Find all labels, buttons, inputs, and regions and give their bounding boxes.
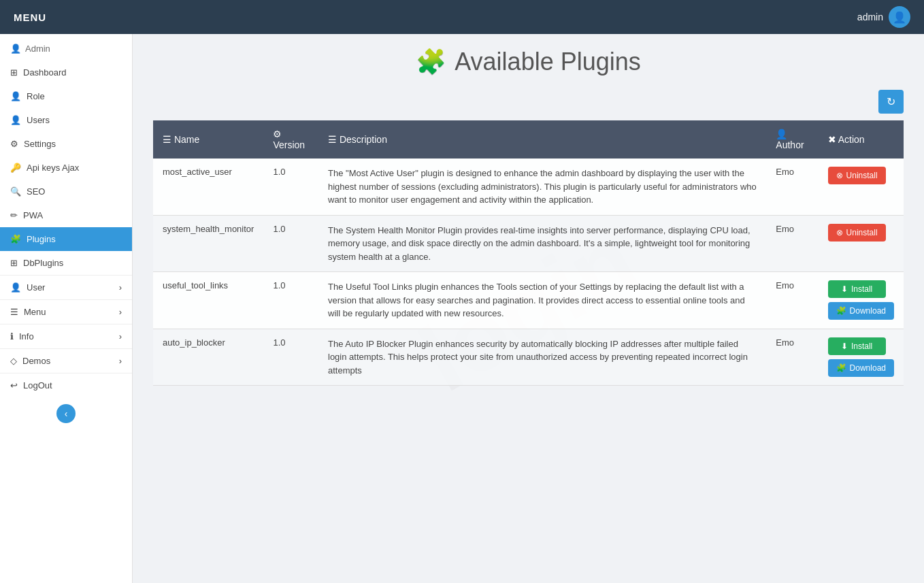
plugins-icon: 🧩 (10, 234, 21, 244)
plugin-version-cell: 1.0 (263, 272, 318, 329)
install-icon: ⬇ (841, 284, 848, 294)
col-description-label: Description (340, 134, 387, 145)
plugin-version-cell: 1.0 (263, 159, 318, 215)
topbar: MENU admin 👤 (0, 0, 924, 34)
plugin-description-cell: The Auto IP Blocker Plugin enhances secu… (318, 329, 766, 386)
sidebar-section-label-demos: Demos (22, 356, 50, 366)
install-button-auto_ip_blocker[interactable]: ⬇ Install (828, 337, 886, 355)
sidebar-section-user[interactable]: 👤 User › (0, 275, 132, 299)
chevron-right-icon-2: › (119, 307, 122, 317)
sidebar-section-label-info: Info (19, 331, 34, 342)
avatar[interactable]: 👤 (889, 6, 910, 28)
page-title: Available Plugins (455, 48, 641, 76)
col-version: ⚙ Version (263, 120, 318, 159)
dbplugins-icon: ⊞ (10, 258, 18, 268)
sidebar-item-api-keys[interactable]: 🔑 Api keys Ajax (0, 156, 132, 180)
refresh-button[interactable]: ↻ (878, 90, 904, 114)
sidebar-section-label-logout: LogOut (23, 380, 52, 390)
plugin-name-cell: most_active_user (153, 159, 263, 215)
uninstall-button-most_active_user[interactable]: ⊗ Uninstall (828, 167, 886, 184)
table-row: system_health_monitor1.0The System Healt… (153, 215, 904, 272)
chevron-right-icon: › (119, 282, 122, 293)
sidebar-item-users[interactable]: 👤 Users (0, 108, 132, 132)
table-row: auto_ip_blocker1.0The Auto IP Blocker Pl… (153, 329, 904, 386)
sidebar-label-role: Role (27, 91, 45, 101)
plugin-version-cell: 1.0 (263, 329, 318, 386)
plugin-author-cell: Emo (766, 329, 818, 386)
sidebar-section-menu[interactable]: ☰ Menu › (0, 299, 132, 324)
dashboard-icon: ⊞ (10, 67, 18, 78)
pwa-icon: ✏ (10, 210, 18, 220)
sidebar-label-users: Users (27, 115, 50, 125)
role-icon: 👤 (10, 91, 21, 101)
sidebar-admin-section: 👤 Admin (0, 34, 132, 61)
content-area: login 🧩 Available Plugins ↻ ☰ Name ⚙ (133, 34, 924, 583)
uninstall-button-system_health_monitor[interactable]: ⊗ Uninstall (828, 224, 886, 241)
plugin-description-cell: The "Most Active User" plugin is designe… (318, 159, 766, 215)
api-key-icon: 🔑 (10, 163, 21, 173)
col-author: 👤 Author (766, 120, 818, 159)
sidebar-item-dashboard[interactable]: ⊞ Dashboard (0, 61, 132, 84)
logout-section-icon: ↩ (10, 380, 18, 390)
col-author-label: Author (776, 139, 804, 150)
puzzle-icon: 🧩 (416, 48, 446, 76)
sidebar-item-settings[interactable]: ⚙ Settings (0, 132, 132, 156)
table-row: useful_tool_links1.0The Useful Tool Link… (153, 272, 904, 329)
sidebar-label-dashboard: Dashboard (23, 67, 67, 78)
install-button-useful_tool_links[interactable]: ⬇ Install (828, 280, 886, 298)
plugin-version-cell: 1.0 (263, 215, 318, 272)
uninstall-icon: ⊗ (836, 171, 843, 180)
col-action-label: Action (838, 134, 865, 145)
sidebar-section-info[interactable]: ℹ Info › (0, 324, 132, 348)
plugins-table: ☰ Name ⚙ Version ☰ Description 👤 Author (153, 120, 904, 386)
table-header: ☰ Name ⚙ Version ☰ Description 👤 Author (153, 120, 904, 159)
page-title-area: 🧩 Available Plugins (153, 48, 904, 76)
chevron-right-icon-3: › (119, 331, 122, 342)
plugin-name-cell: auto_ip_blocker (153, 329, 263, 386)
sidebar-item-plugins[interactable]: 🧩 Plugins (0, 227, 132, 251)
chevron-right-icon-4: › (119, 356, 122, 366)
seo-icon: 🔍 (10, 186, 21, 197)
plugin-action-cell: ⬇ Install🧩 Download (819, 272, 904, 329)
sidebar-item-role[interactable]: 👤 Role (0, 84, 132, 108)
table-row: most_active_user1.0The "Most Active User… (153, 159, 904, 215)
sidebar-item-seo[interactable]: 🔍 SEO (0, 180, 132, 203)
sidebar-item-dbplugins[interactable]: ⊞ DbPlugins (0, 251, 132, 275)
plugin-author-cell: Emo (766, 215, 818, 272)
plugins-tbody: most_active_user1.0The "Most Active User… (153, 159, 904, 386)
sidebar-section-label-user: User (27, 282, 45, 293)
plugin-author-cell: Emo (766, 159, 818, 215)
demos-section-icon: ◇ (10, 356, 17, 366)
sidebar-section-demos[interactable]: ◇ Demos › (0, 348, 132, 373)
plugin-description-cell: The Useful Tool Links plugin enhances th… (318, 272, 766, 329)
user-section-icon: 👤 (10, 282, 21, 293)
col-version-label: Version (273, 139, 305, 150)
install-icon: ⬇ (841, 342, 848, 351)
download-icon: 🧩 (836, 363, 846, 373)
users-icon: 👤 (10, 115, 21, 125)
settings-icon: ⚙ (10, 139, 18, 149)
plugin-author-cell: Emo (766, 272, 818, 329)
plugin-description-cell: The System Health Monitor Plugin provide… (318, 215, 766, 272)
description-col-icon: ☰ (328, 134, 337, 145)
action-col-icon: ✖ (828, 134, 836, 145)
sidebar-label-seo: SEO (27, 186, 45, 197)
sidebar-admin-label: Admin (25, 44, 50, 54)
download-button-auto_ip_blocker[interactable]: 🧩 Download (828, 359, 894, 377)
sidebar-label-pwa: PWA (23, 210, 43, 220)
admin-icon: 👤 (10, 44, 21, 54)
menu-label: MENU (14, 12, 46, 23)
refresh-btn-area: ↻ (153, 90, 904, 114)
sidebar: 👤 Admin ⊞ Dashboard 👤 Role 👤 Users ⚙ Set… (0, 34, 133, 583)
sidebar-item-pwa[interactable]: ✏ PWA (0, 203, 132, 227)
download-button-useful_tool_links[interactable]: 🧩 Download (828, 302, 894, 320)
menu-section-icon: ☰ (10, 307, 18, 317)
name-col-icon: ☰ (163, 134, 171, 145)
col-name: ☰ Name (153, 120, 263, 159)
sidebar-section-logout[interactable]: ↩ LogOut (0, 373, 132, 397)
sidebar-label-plugins: Plugins (27, 234, 56, 244)
sidebar-toggle-button[interactable]: ‹ (56, 404, 76, 423)
plugin-action-cell: ⊗ Uninstall (819, 159, 904, 215)
sidebar-section-label-menu: Menu (24, 307, 46, 317)
plugin-name-cell: system_health_monitor (153, 215, 263, 272)
